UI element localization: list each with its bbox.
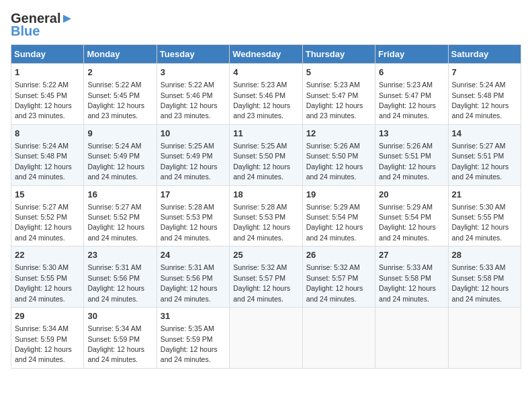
day-number: 21 — [452, 189, 517, 201]
day-info: Sunrise: 5:22 AMSunset: 5:46 PMDaylight:… — [161, 81, 218, 120]
calendar-cell: 31Sunrise: 5:35 AMSunset: 5:59 PMDayligh… — [157, 308, 229, 369]
day-info: Sunrise: 5:23 AMSunset: 5:47 PMDaylight:… — [379, 81, 436, 120]
day-number: 7 — [452, 66, 517, 79]
day-info: Sunrise: 5:32 AMSunset: 5:57 PMDaylight:… — [233, 263, 290, 302]
calendar-cell — [302, 308, 375, 369]
calendar-cell — [448, 308, 521, 369]
day-number: 23 — [87, 249, 152, 261]
day-info: Sunrise: 5:26 AMSunset: 5:51 PMDaylight:… — [379, 142, 436, 181]
day-number: 24 — [161, 249, 226, 261]
day-number: 30 — [87, 310, 152, 322]
day-info: Sunrise: 5:27 AMSunset: 5:51 PMDaylight:… — [452, 142, 509, 181]
calendar-cell: 27Sunrise: 5:33 AMSunset: 5:58 PMDayligh… — [375, 246, 448, 308]
svg-marker-0 — [63, 15, 71, 23]
day-info: Sunrise: 5:27 AMSunset: 5:52 PMDaylight:… — [87, 203, 144, 242]
calendar-cell: 3Sunrise: 5:22 AMSunset: 5:46 PMDaylight… — [157, 64, 229, 125]
day-number: 14 — [452, 128, 517, 140]
calendar-cell: 1Sunrise: 5:22 AMSunset: 5:45 PMDaylight… — [11, 64, 84, 125]
day-number: 27 — [379, 249, 444, 261]
day-number: 12 — [306, 128, 371, 140]
day-info: Sunrise: 5:28 AMSunset: 5:53 PMDaylight:… — [161, 203, 218, 242]
day-info: Sunrise: 5:30 AMSunset: 5:55 PMDaylight:… — [452, 203, 509, 242]
day-number: 4 — [233, 66, 298, 79]
day-info: Sunrise: 5:30 AMSunset: 5:55 PMDaylight:… — [15, 263, 72, 302]
calendar-cell: 19Sunrise: 5:29 AMSunset: 5:54 PMDayligh… — [302, 185, 375, 246]
day-number: 2 — [87, 66, 152, 79]
day-info: Sunrise: 5:29 AMSunset: 5:54 PMDaylight:… — [306, 203, 363, 242]
calendar-cell: 9Sunrise: 5:24 AMSunset: 5:49 PMDaylight… — [84, 124, 157, 185]
day-number: 18 — [233, 189, 298, 201]
day-info: Sunrise: 5:22 AMSunset: 5:45 PMDaylight:… — [15, 81, 72, 120]
calendar-week-2: 8Sunrise: 5:24 AMSunset: 5:48 PMDaylight… — [11, 124, 521, 185]
day-number: 28 — [452, 249, 517, 261]
col-header-sunday: Sunday — [11, 45, 84, 64]
day-info: Sunrise: 5:25 AMSunset: 5:50 PMDaylight:… — [233, 142, 290, 181]
calendar-cell: 24Sunrise: 5:31 AMSunset: 5:56 PMDayligh… — [157, 246, 229, 308]
day-number: 13 — [379, 128, 444, 140]
logo-blue: Blue — [11, 24, 40, 39]
calendar-table: SundayMondayTuesdayWednesdayThursdayFrid… — [11, 44, 521, 369]
day-number: 6 — [379, 66, 444, 79]
day-number: 5 — [306, 66, 371, 79]
calendar-cell: 5Sunrise: 5:23 AMSunset: 5:47 PMDaylight… — [302, 64, 375, 125]
day-info: Sunrise: 5:35 AMSunset: 5:59 PMDaylight:… — [161, 324, 218, 363]
day-info: Sunrise: 5:24 AMSunset: 5:49 PMDaylight:… — [87, 142, 144, 181]
day-number: 17 — [161, 189, 226, 201]
col-header-monday: Monday — [84, 45, 157, 64]
day-info: Sunrise: 5:33 AMSunset: 5:58 PMDaylight:… — [452, 263, 509, 302]
calendar-cell: 30Sunrise: 5:34 AMSunset: 5:59 PMDayligh… — [84, 308, 157, 369]
calendar-cell: 6Sunrise: 5:23 AMSunset: 5:47 PMDaylight… — [375, 64, 448, 125]
calendar-cell: 4Sunrise: 5:23 AMSunset: 5:46 PMDaylight… — [230, 64, 302, 125]
calendar-cell: 26Sunrise: 5:32 AMSunset: 5:57 PMDayligh… — [302, 246, 375, 308]
calendar-cell: 28Sunrise: 5:33 AMSunset: 5:58 PMDayligh… — [448, 246, 521, 308]
day-info: Sunrise: 5:33 AMSunset: 5:58 PMDaylight:… — [379, 263, 436, 302]
day-info: Sunrise: 5:22 AMSunset: 5:45 PMDaylight:… — [87, 81, 144, 120]
day-info: Sunrise: 5:25 AMSunset: 5:49 PMDaylight:… — [161, 142, 218, 181]
calendar-header-row: SundayMondayTuesdayWednesdayThursdayFrid… — [11, 45, 521, 64]
day-info: Sunrise: 5:29 AMSunset: 5:54 PMDaylight:… — [379, 203, 436, 242]
day-info: Sunrise: 5:27 AMSunset: 5:52 PMDaylight:… — [15, 203, 72, 242]
day-number: 11 — [233, 128, 298, 140]
day-number: 9 — [87, 128, 152, 140]
col-header-saturday: Saturday — [448, 45, 521, 64]
calendar-cell: 29Sunrise: 5:34 AMSunset: 5:59 PMDayligh… — [11, 308, 84, 369]
calendar-week-3: 15Sunrise: 5:27 AMSunset: 5:52 PMDayligh… — [11, 185, 521, 246]
day-info: Sunrise: 5:24 AMSunset: 5:48 PMDaylight:… — [15, 142, 72, 181]
day-info: Sunrise: 5:31 AMSunset: 5:56 PMDaylight:… — [161, 263, 218, 302]
day-number: 1 — [15, 66, 80, 79]
calendar-cell: 23Sunrise: 5:31 AMSunset: 5:56 PMDayligh… — [84, 246, 157, 308]
calendar-cell: 21Sunrise: 5:30 AMSunset: 5:55 PMDayligh… — [448, 185, 521, 246]
calendar-cell — [230, 308, 302, 369]
calendar-cell: 11Sunrise: 5:25 AMSunset: 5:50 PMDayligh… — [230, 124, 302, 185]
col-header-thursday: Thursday — [302, 45, 375, 64]
day-number: 26 — [306, 249, 371, 261]
day-number: 22 — [15, 249, 80, 261]
calendar-week-5: 29Sunrise: 5:34 AMSunset: 5:59 PMDayligh… — [11, 308, 521, 369]
header: General Blue — [11, 11, 521, 39]
day-number: 3 — [161, 66, 226, 79]
logo: General Blue — [11, 11, 74, 39]
col-header-wednesday: Wednesday — [230, 45, 302, 64]
calendar-cell: 2Sunrise: 5:22 AMSunset: 5:45 PMDaylight… — [84, 64, 157, 125]
calendar-cell: 17Sunrise: 5:28 AMSunset: 5:53 PMDayligh… — [157, 185, 229, 246]
calendar-cell: 12Sunrise: 5:26 AMSunset: 5:50 PMDayligh… — [302, 124, 375, 185]
day-number: 20 — [379, 189, 444, 201]
day-info: Sunrise: 5:31 AMSunset: 5:56 PMDaylight:… — [87, 263, 144, 302]
col-header-friday: Friday — [375, 45, 448, 64]
calendar-cell: 8Sunrise: 5:24 AMSunset: 5:48 PMDaylight… — [11, 124, 84, 185]
day-number: 25 — [233, 249, 298, 261]
calendar-cell: 13Sunrise: 5:26 AMSunset: 5:51 PMDayligh… — [375, 124, 448, 185]
calendar-cell: 20Sunrise: 5:29 AMSunset: 5:54 PMDayligh… — [375, 185, 448, 246]
logo-arrow-icon — [60, 13, 74, 24]
day-info: Sunrise: 5:26 AMSunset: 5:50 PMDaylight:… — [306, 142, 363, 181]
calendar-cell: 7Sunrise: 5:24 AMSunset: 5:48 PMDaylight… — [448, 64, 521, 125]
calendar-week-1: 1Sunrise: 5:22 AMSunset: 5:45 PMDaylight… — [11, 64, 521, 125]
col-header-tuesday: Tuesday — [157, 45, 229, 64]
day-number: 10 — [161, 128, 226, 140]
calendar-cell: 16Sunrise: 5:27 AMSunset: 5:52 PMDayligh… — [84, 185, 157, 246]
calendar-cell: 10Sunrise: 5:25 AMSunset: 5:49 PMDayligh… — [157, 124, 229, 185]
calendar-cell: 18Sunrise: 5:28 AMSunset: 5:53 PMDayligh… — [230, 185, 302, 246]
day-number: 19 — [306, 189, 371, 201]
calendar-cell: 25Sunrise: 5:32 AMSunset: 5:57 PMDayligh… — [230, 246, 302, 308]
calendar-cell: 14Sunrise: 5:27 AMSunset: 5:51 PMDayligh… — [448, 124, 521, 185]
